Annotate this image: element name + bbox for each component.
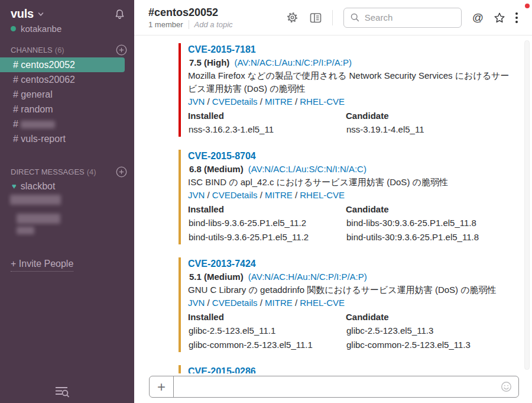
mitre-link[interactable]: MITRE bbox=[265, 190, 293, 200]
jvn-link[interactable]: JVN bbox=[188, 298, 205, 308]
presence-dot bbox=[11, 26, 16, 31]
sidebar: vuls kotakanbe CHANNELS (6) # centos2005… bbox=[0, 0, 134, 403]
candidate-label: Candidate bbox=[346, 109, 424, 122]
cve-description: ISC BIND の apl_42.c におけるサービス運用妨害 (DoS) の… bbox=[188, 176, 514, 189]
attach-file-button[interactable]: + bbox=[150, 376, 174, 397]
mitre-link[interactable]: MITRE bbox=[265, 96, 293, 107]
slack-app: vuls kotakanbe CHANNELS (6) # centos2005… bbox=[0, 0, 532, 403]
cvss-vector-link[interactable]: (AV:N/AC:H/Au:N/C:P/I:P/A:P) bbox=[248, 272, 367, 282]
cve-description: GNU C Library の getaddrinfo 関数におけるサービス運用… bbox=[188, 283, 514, 296]
redacted-channel-name bbox=[21, 121, 55, 128]
add-topic-button[interactable]: Add a topic bbox=[194, 20, 233, 29]
composer: + bbox=[134, 373, 532, 403]
chevron-down-icon[interactable] bbox=[37, 11, 44, 18]
candidate-package: bind-utils-30:9.3.6-25.P1.el5_11.8 bbox=[346, 230, 479, 244]
message-list: CVE-2015-7181 7.5 (High) (AV:N/AC:L/Au:N… bbox=[134, 36, 532, 403]
installed-package: bind-libs-9.3.6-25.P1.el5_11.2 bbox=[188, 216, 346, 230]
sidebar-item-redacted-dm[interactable] bbox=[0, 194, 134, 205]
sidebar-item-centos20062[interactable]: # centos20062 bbox=[0, 72, 134, 87]
installed-label: Installed bbox=[188, 109, 346, 122]
channel-title: #centos20052 bbox=[148, 6, 233, 19]
sidebar-item-redacted-channel[interactable]: # bbox=[0, 117, 134, 131]
cvss-vector-link[interactable]: (AV:N/AC:L/Au:S/C:N/I:N/A:C) bbox=[248, 164, 366, 174]
heart-presence-icon: ♥ bbox=[12, 182, 17, 191]
workspace-name[interactable]: vuls bbox=[11, 7, 34, 21]
more-options-icon[interactable] bbox=[515, 12, 518, 23]
mentions-icon[interactable]: @ bbox=[472, 11, 484, 24]
cve-attachment: CVE-2015-8704 6.8 (Medium) (AV:N/AC:L/Au… bbox=[179, 150, 514, 244]
cve-attachment: CVE-2015-7181 7.5 (High) (AV:N/AC:L/Au:N… bbox=[179, 43, 514, 137]
installed-package: bind-utils-9.3.6-25.P1.el5_11.2 bbox=[188, 230, 346, 244]
redacted-dm-name bbox=[10, 195, 61, 205]
redacted-dm-name bbox=[17, 214, 60, 224]
cve-link[interactable]: CVE-2013-7424 bbox=[188, 257, 514, 270]
cvss-vector-link[interactable]: (AV:N/AC:L/Au:N/C:P/I:P/A:P) bbox=[235, 57, 352, 67]
cvedetails-link[interactable]: CVEDetails bbox=[212, 96, 258, 107]
channels-section-label[interactable]: CHANNELS bbox=[11, 46, 53, 54]
dm-count: (4) bbox=[87, 167, 96, 176]
scrollbar[interactable] bbox=[524, 40, 530, 370]
cve-link[interactable]: CVE-2015-7181 bbox=[188, 43, 514, 56]
candidate-package: glibc-2.5-123.el5_11.3 bbox=[346, 324, 471, 338]
sidebar-item-redacted-dm[interactable] bbox=[0, 213, 134, 224]
installed-label: Installed bbox=[188, 203, 346, 216]
dm-section-label[interactable]: DIRECT MESSAGES bbox=[11, 167, 85, 176]
divider bbox=[189, 20, 189, 29]
rhel-cve-link[interactable]: RHEL-CVE bbox=[300, 96, 345, 107]
candidate-label: Candidate bbox=[346, 311, 471, 324]
add-channel-icon[interactable] bbox=[116, 44, 127, 56]
sidebar-item-general[interactable]: # general bbox=[0, 87, 134, 102]
divider bbox=[332, 10, 333, 25]
redacted-dm-name bbox=[17, 227, 34, 234]
quick-switcher-icon[interactable] bbox=[54, 385, 70, 398]
sidebar-item-random[interactable]: # random bbox=[0, 102, 134, 117]
search-input[interactable] bbox=[365, 12, 455, 22]
candidate-package: glibc-common-2.5-123.el5_11.3 bbox=[346, 338, 471, 352]
gear-icon[interactable] bbox=[286, 11, 299, 24]
installed-package: glibc-common-2.5-123.el5_11.1 bbox=[188, 338, 346, 352]
cve-description: Mozilla Firefox などの製品で使用される Network Secu… bbox=[188, 69, 514, 95]
member-count[interactable]: 1 member bbox=[148, 20, 183, 29]
installed-package: glibc-2.5-123.el5_11.1 bbox=[188, 324, 346, 338]
emoji-picker-icon[interactable] bbox=[501, 376, 518, 397]
message-input[interactable] bbox=[174, 376, 501, 397]
invite-people-button[interactable]: + Invite People bbox=[11, 259, 73, 272]
channel-header: #centos20052 1 member Add a topic bbox=[134, 0, 532, 36]
jvn-link[interactable]: JVN bbox=[188, 190, 205, 200]
cvedetails-link[interactable]: CVEDetails bbox=[212, 190, 258, 200]
sidebar-item-vuls-report[interactable]: # vuls-report bbox=[0, 131, 134, 146]
installed-package: nss-3.16.2.3-1.el5_11 bbox=[188, 122, 346, 137]
current-user[interactable]: kotakanbe bbox=[11, 24, 61, 34]
candidate-package: nss-3.19.1-4.el5_11 bbox=[346, 122, 424, 137]
dm-name: slackbot bbox=[21, 181, 56, 192]
cvedetails-link[interactable]: CVEDetails bbox=[212, 298, 258, 308]
candidate-label: Candidate bbox=[346, 203, 479, 216]
star-icon[interactable] bbox=[493, 11, 506, 24]
cvss-score: 7.5 (High) bbox=[189, 57, 229, 67]
cve-attachment: CVE-2013-7424 5.1 (Medium) (AV:N/AC:H/Au… bbox=[179, 257, 514, 352]
username: kotakanbe bbox=[21, 24, 61, 34]
channels-count: (6) bbox=[55, 46, 64, 54]
cvss-score: 6.8 (Medium) bbox=[189, 164, 244, 174]
search-icon bbox=[350, 12, 360, 22]
sidebar-item-slackbot[interactable]: ♥ slackbot bbox=[0, 179, 134, 194]
add-dm-icon[interactable] bbox=[116, 166, 127, 178]
cve-link[interactable]: CVE-2015-8704 bbox=[188, 150, 514, 163]
mitre-link[interactable]: MITRE bbox=[265, 298, 293, 308]
rhel-cve-link[interactable]: RHEL-CVE bbox=[300, 190, 345, 200]
bell-icon[interactable] bbox=[113, 8, 126, 21]
search-box[interactable] bbox=[343, 8, 462, 28]
jvn-link[interactable]: JVN bbox=[188, 96, 205, 107]
sidebar-item-centos20052[interactable]: # centos20052 bbox=[0, 57, 125, 72]
sidebar-item-redacted-dm[interactable] bbox=[0, 225, 134, 236]
main-panel: #centos20052 1 member Add a topic bbox=[134, 0, 532, 403]
rhel-cve-link[interactable]: RHEL-CVE bbox=[300, 298, 345, 308]
notification-badge bbox=[525, 4, 530, 8]
details-pane-icon[interactable] bbox=[309, 11, 323, 25]
cvss-score: 5.1 (Medium) bbox=[189, 272, 244, 282]
installed-label: Installed bbox=[188, 311, 346, 324]
candidate-package: bind-libs-30:9.3.6-25.P1.el5_11.8 bbox=[346, 216, 479, 230]
